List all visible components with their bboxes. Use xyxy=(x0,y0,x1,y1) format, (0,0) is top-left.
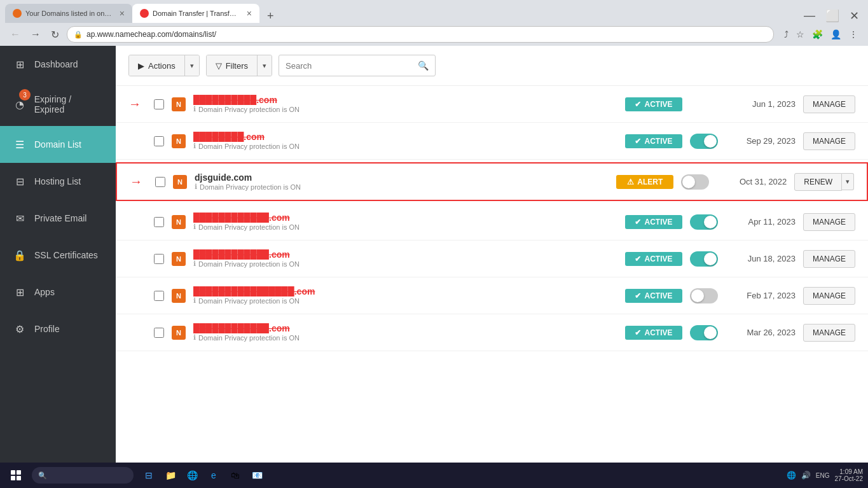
manage-button-domain4[interactable]: MANAGE xyxy=(803,213,855,231)
row-checkbox-domain5[interactable] xyxy=(154,254,164,264)
status-label-domain4: ACTIVE xyxy=(644,218,672,227)
windows-icon xyxy=(11,470,21,480)
taskbar-search-input[interactable] xyxy=(51,471,127,479)
domain-name-domain3: djsguide.com xyxy=(195,172,609,183)
start-button[interactable] xyxy=(5,466,27,485)
sidebar-item-dashboard[interactable]: ⊞ Dashboard xyxy=(0,46,116,83)
filters-button[interactable]: ▽ Filters xyxy=(207,55,257,76)
sidebar-item-domain-list[interactable]: ☰ Domain List xyxy=(0,126,116,163)
url-bar[interactable]: 🔒 ap.www.namecheap.com/domains/list/ xyxy=(67,26,774,43)
maximize-button[interactable]: ⬜ xyxy=(822,9,843,23)
tab-2[interactable]: Domain Transfer | Transfer Your D... × xyxy=(132,4,259,23)
domain-nc-icon-domain3: N xyxy=(173,175,187,189)
taskbar-app-explorer[interactable]: 📁 xyxy=(160,465,181,485)
toggle-domain3[interactable] xyxy=(681,174,709,190)
tab1-close[interactable]: × xyxy=(120,8,125,18)
sidebar-label-domain-list: Domain List xyxy=(34,139,81,150)
toggle-domain6[interactable] xyxy=(690,288,718,303)
row-checkbox-domain2[interactable] xyxy=(154,136,164,146)
taskbar-app-mail[interactable]: 📧 xyxy=(247,465,267,485)
dashboard-icon: ⊞ xyxy=(13,57,27,71)
taskbar-apps: ⊟ 📁 🌐 e 🛍 📧 xyxy=(139,465,784,485)
taskbar-app-chrome[interactable]: 🌐 xyxy=(182,465,202,485)
close-button[interactable]: ✕ xyxy=(846,9,863,23)
profile-button[interactable]: 👤 xyxy=(828,28,844,41)
sidebar-item-ssl[interactable]: 🔒 SSL Certificates xyxy=(0,237,116,274)
privacy-text-domain1: Domain Privacy protection is ON xyxy=(198,106,300,113)
extensions-button[interactable]: 🧩 xyxy=(809,28,825,41)
taskbar-app-edge[interactable]: e xyxy=(203,465,224,485)
info-icon-domain1: ℹ xyxy=(193,105,196,113)
tab-1[interactable]: Your Domains listed in one place × xyxy=(5,4,132,23)
renew-button[interactable]: RENEW xyxy=(794,173,842,191)
domain-name-domain4: ████████████.com xyxy=(193,213,617,223)
toggle-domain2[interactable] xyxy=(690,134,718,149)
manage-button-domain5[interactable]: MANAGE xyxy=(803,250,855,268)
ssl-icon: 🔒 xyxy=(13,248,27,262)
new-tab-button[interactable]: + xyxy=(262,10,279,23)
reload-button[interactable]: ↻ xyxy=(48,27,62,42)
status-icon-domain3: ⚠ xyxy=(627,178,634,186)
taskbar-system-tray: 🌐 🔊 ENG 1:09 AM 27-Oct-22 xyxy=(787,468,863,482)
taskbar-app-store[interactable]: 🛍 xyxy=(225,465,245,485)
sidebar-item-private-email[interactable]: ✉ Private Email xyxy=(0,200,116,237)
tab2-favicon xyxy=(140,9,149,18)
manage-button-domain2[interactable]: MANAGE xyxy=(803,132,855,150)
status-badge-domain6: ✔ ACTIVE xyxy=(625,289,682,303)
toggle-knob-domain2 xyxy=(704,135,717,148)
lang-label: ENG xyxy=(816,472,830,479)
sidebar-item-profile[interactable]: ⚙ Profile xyxy=(0,310,116,347)
minimize-button[interactable]: — xyxy=(800,9,819,23)
menu-button[interactable]: ⋮ xyxy=(846,28,860,41)
expiring-badge: 3 xyxy=(19,89,31,101)
domain-info-domain2: ████████.com ℹ Domain Privacy protection… xyxy=(193,132,617,150)
taskbar-search-box[interactable]: 🔍 xyxy=(32,467,134,484)
manage-button-domain1[interactable]: MANAGE xyxy=(803,95,855,113)
domain-row-domain3: → N djsguide.com ℹ Domain Privacy protec… xyxy=(116,162,868,201)
status-label-domain3: ALERT xyxy=(637,178,663,186)
taskbar: 🔍 ⊟ 📁 🌐 e 🛍 📧 🌐 🔊 ENG 1:09 AM 27-Oct-22 xyxy=(0,463,868,488)
search-box[interactable]: 🔍 xyxy=(279,55,436,76)
renew-dropdown[interactable]: ▾ xyxy=(842,173,854,190)
tab2-close[interactable]: × xyxy=(247,8,252,18)
expiry-date-domain2: Sep 29, 2023 xyxy=(726,136,796,146)
content-area: ▶ Actions ▾ ▽ Filters ▾ 🔍 → N xyxy=(116,46,868,463)
filters-label: Filters xyxy=(226,61,248,71)
info-icon-domain3: ℹ xyxy=(195,183,197,191)
domain-privacy-domain7: ℹ Domain Privacy protection is ON xyxy=(193,333,617,342)
actions-label: Actions xyxy=(148,61,176,71)
row-checkbox-domain6[interactable] xyxy=(154,291,164,301)
sidebar-label-dashboard: Dashboard xyxy=(34,59,78,69)
sidebar-label-profile: Profile xyxy=(34,324,60,334)
sidebar-item-expiring[interactable]: ◔ Expiring / Expired 3 xyxy=(0,83,116,126)
toggle-domain4[interactable] xyxy=(690,214,718,230)
taskbar-app-taskview[interactable]: ⊟ xyxy=(139,465,159,485)
sidebar-item-hosting-list[interactable]: ⊟ Hosting List xyxy=(0,163,116,200)
sidebar: ⊞ Dashboard ◔ Expiring / Expired 3 ☰ Dom… xyxy=(0,46,116,463)
row-checkbox-domain3[interactable] xyxy=(155,177,165,187)
back-button[interactable]: ← xyxy=(8,27,23,41)
row-checkbox-domain1[interactable] xyxy=(154,99,164,109)
status-label-domain6: ACTIVE xyxy=(644,291,672,300)
search-input[interactable] xyxy=(286,61,413,71)
share-button[interactable]: ⤴ xyxy=(782,28,791,41)
toggle-domain5[interactable] xyxy=(690,251,718,267)
toggle-domain7[interactable] xyxy=(690,325,718,340)
bookmark-button[interactable]: ☆ xyxy=(794,28,807,41)
domain-name-domain1: ██████████.com xyxy=(193,95,617,105)
manage-button-domain7[interactable]: MANAGE xyxy=(803,324,855,342)
actions-button[interactable]: ▶ Actions xyxy=(129,55,184,76)
row-checkbox-domain4[interactable] xyxy=(154,217,164,227)
row-checkbox-domain7[interactable] xyxy=(154,328,164,338)
status-icon-domain2: ✔ xyxy=(635,137,641,146)
actions-dropdown[interactable]: ▾ xyxy=(184,55,199,76)
filters-button-group: ▽ Filters ▾ xyxy=(206,55,272,76)
domain-privacy-domain3: ℹ Domain Privacy protection is ON xyxy=(195,183,609,191)
forward-button[interactable]: → xyxy=(28,27,43,41)
filters-dropdown[interactable]: ▾ xyxy=(257,55,272,76)
manage-button-domain6[interactable]: MANAGE xyxy=(803,287,855,305)
sidebar-label-private-email: Private Email xyxy=(34,213,86,223)
play-icon: ▶ xyxy=(138,61,144,71)
sidebar-item-apps[interactable]: ⊞ Apps xyxy=(0,274,116,310)
domain-privacy-domain6: ℹ Domain Privacy protection is ON xyxy=(193,296,617,305)
